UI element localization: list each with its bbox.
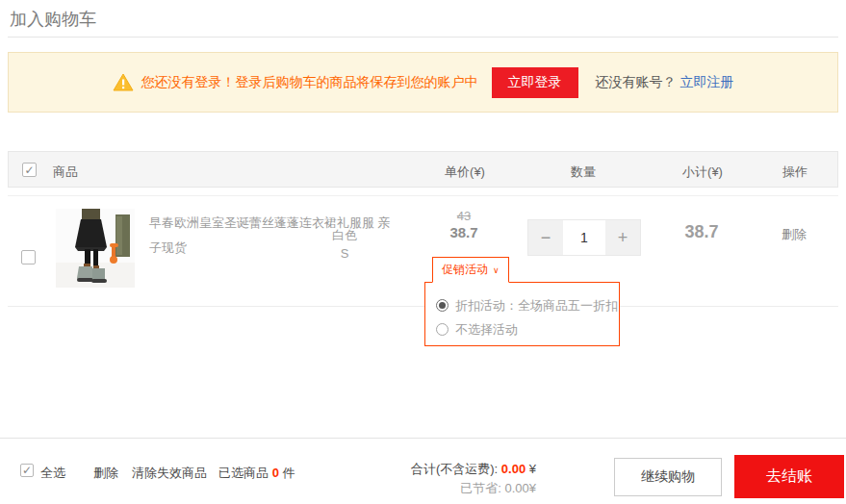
header-subtotal: 小计(¥) [682, 164, 723, 181]
total-value: 0.00 [501, 462, 526, 476]
login-warning-banner: 您还没有登录！登录后购物车的商品将保存到您的账户中 立即登录 还没有账号？ 立即… [8, 52, 838, 113]
select-all-label[interactable]: 全选 [40, 465, 65, 482]
item-subtotal: 38.7 [654, 222, 750, 242]
promo-option-label: 不选择活动 [455, 321, 518, 339]
header-select-all-checkbox[interactable]: ✓ [22, 163, 37, 177]
selected-suffix: 件 [282, 466, 295, 480]
selected-prefix: 已选商品 [218, 466, 269, 480]
shopping-cart-page: 加入购物车 您还没有登录！登录后购物车的商品将保存到您的账户中 立即登录 还没有… [0, 0, 846, 504]
selected-count-text: 已选商品 0 件 [218, 465, 295, 482]
item-checkbox[interactable] [21, 250, 36, 265]
quantity-decrease-button[interactable]: − [528, 220, 563, 255]
current-price: 38.7 [425, 224, 502, 240]
quantity-input[interactable] [563, 220, 605, 255]
product-variant: 白色 S [306, 226, 383, 263]
checkmark-icon: ✓ [24, 164, 34, 176]
footer-select-all-checkbox[interactable]: ✓ [20, 464, 34, 477]
login-now-button[interactable]: 立即登录 [492, 67, 578, 98]
variant-color: 白色 [306, 226, 383, 244]
title-divider [8, 37, 838, 38]
chevron-down-icon: ∨ [493, 265, 500, 275]
total-label: 合计(不含运费): [411, 462, 501, 476]
header-product: 商品 [53, 164, 78, 181]
delete-item-link[interactable]: 删除 [765, 226, 823, 243]
login-warning-message: 您还没有登录！登录后购物车的商品将保存到您的账户中 [141, 74, 478, 91]
saved-line: 已节省: 0.00¥ [309, 479, 536, 498]
saved-value: 0.00¥ [504, 481, 536, 495]
radio-unselected-icon[interactable] [436, 323, 449, 336]
footer-delete-link[interactable]: 删除 [93, 465, 118, 482]
cart-table-header: ✓ 商品 单价(¥) 数量 小计(¥) 操作 [8, 151, 838, 188]
selected-count: 0 [272, 466, 279, 480]
variant-size: S [306, 244, 383, 263]
promo-dropdown-panel: 折扣活动：全场商品五一折扣 不选择活动 [424, 282, 620, 346]
quantity-stepper: − + [527, 219, 641, 256]
promo-option-discount[interactable]: 折扣活动：全场商品五一折扣 [436, 293, 619, 317]
cart-footer-bar: ✓ 全选 删除 清除失效商品 已选商品 0 件 合计(不含运费): 0.00 ¥… [0, 438, 846, 504]
unit-price-block: 43 38.7 [425, 209, 502, 240]
checkout-button[interactable]: 去结账 [734, 455, 844, 498]
header-unit-price: 单价(¥) [445, 164, 485, 181]
total-currency: ¥ [529, 462, 536, 476]
no-account-text: 还没有账号？ [596, 74, 677, 91]
checkmark-icon: ✓ [22, 465, 32, 476]
promo-dropdown-toggle[interactable]: 促销活动 ∨ [432, 257, 509, 283]
totals-block: 合计(不含运费): 0.00 ¥ 已节省: 0.00¥ [309, 460, 536, 498]
header-action: 操作 [782, 164, 808, 181]
saved-label: 已节省: [460, 481, 504, 495]
original-price: 43 [425, 209, 502, 223]
cart-item-row: 早春欧洲皇室圣诞蕾丝蓬蓬连衣裙礼服服 亲子现货 白色 S 43 38.7 − +… [8, 195, 838, 307]
header-quantity: 数量 [571, 164, 596, 181]
promo-option-none[interactable]: 不选择活动 [436, 317, 619, 341]
product-image[interactable] [56, 209, 135, 288]
page-title: 加入购物车 [10, 8, 96, 31]
register-now-link[interactable]: 立即注册 [680, 74, 734, 91]
clear-invalid-link[interactable]: 清除失效商品 [132, 465, 207, 482]
promo-option-label: 折扣活动：全场商品五一折扣 [455, 297, 618, 315]
quantity-increase-button[interactable]: + [605, 220, 640, 255]
warning-triangle-icon [113, 73, 134, 91]
promo-label: 促销活动 [442, 262, 488, 278]
radio-selected-icon[interactable] [436, 299, 449, 312]
continue-shopping-button[interactable]: 继续购物 [614, 458, 722, 496]
total-line: 合计(不含运费): 0.00 ¥ [309, 460, 536, 479]
